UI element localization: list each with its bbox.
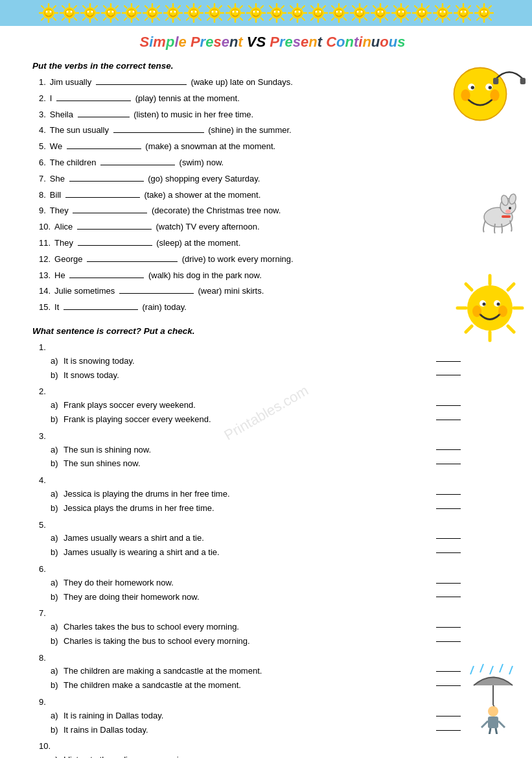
option-label: b) [51,724,61,737]
option-text: Charles takes the bus to school every mo… [64,621,239,634]
svg-point-82 [170,11,172,13]
svg-point-155 [298,11,300,13]
svg-line-185 [353,6,355,8]
answer-blank[interactable] [65,197,140,198]
answer-line[interactable] [436,730,461,731]
option-text: James usually wears a shirt and a tie. [64,532,204,545]
item-number: 10. [39,741,51,751]
svg-line-297 [490,666,493,674]
answer-line[interactable] [436,405,461,406]
answer-blank[interactable] [64,309,138,310]
item-number: 8. [39,653,46,663]
svg-line-298 [500,664,503,672]
svg-rect-279 [502,215,511,218]
svg-line-286 [508,326,514,332]
option-label: a) [51,576,61,590]
answer-blank[interactable] [67,148,141,149]
answer-blank[interactable] [69,278,144,278]
item-after: (shine) in the summer. [206,125,292,135]
answer-line[interactable] [436,597,461,597]
svg-point-70 [149,11,151,13]
svg-line-247 [468,6,470,8]
exercise-item: 3.Sheila (listen) to music in her free t… [39,108,513,122]
svg-line-67 [157,6,159,8]
svg-point-69 [148,9,156,17]
item-number: 4. [39,475,46,485]
item-after: (sleep) at the moment. [154,238,241,248]
option-item: b) It snows today. [51,369,513,383]
answer-line[interactable] [436,494,461,495]
answer-line[interactable] [436,685,461,686]
answer-line[interactable] [436,538,461,539]
answer-line[interactable] [436,627,461,628]
answer-blank[interactable] [56,101,131,101]
svg-line-43 [115,6,118,8]
svg-point-301 [488,706,498,717]
svg-point-119 [236,11,238,13]
svg-point-179 [340,11,341,13]
svg-point-167 [319,11,321,13]
answer-line[interactable] [436,583,461,584]
svg-line-6 [53,18,56,21]
answer-blank[interactable] [78,117,130,117]
svg-line-56 [124,18,127,21]
svg-line-17 [62,6,65,8]
answer-line[interactable] [436,641,461,642]
item-after: (walk) his dog in the park now. [146,270,261,280]
option-label: a) [51,399,61,412]
answer-line[interactable] [436,671,461,672]
item-before: She [50,174,67,184]
svg-line-188 [353,18,355,21]
answer-blank[interactable] [69,181,144,182]
answer-blank[interactable] [119,293,194,294]
answer-blank[interactable] [78,245,152,246]
option-label: b) [51,679,61,693]
option-item: a) Jessica is playing the drums in her f… [51,488,513,501]
option-item: b) Charles is taking the bus to school e… [51,635,513,648]
svg-line-257 [477,6,480,8]
item-before: Sheila [50,110,76,119]
item-number: 4. [39,125,46,135]
answer-line[interactable] [436,552,461,553]
answer-line[interactable] [436,361,461,362]
svg-point-239 [443,11,445,13]
answer-line[interactable] [436,464,461,464]
svg-point-267 [471,86,474,89]
item-after: (make) a snowman at the moment. [143,141,275,151]
svg-line-7 [53,6,56,8]
check-item: 9. a) It is raining in Dallas today. b) … [39,696,513,737]
svg-point-58 [128,11,130,13]
item-number: 7. [39,608,46,618]
svg-line-151 [302,6,305,8]
answer-line[interactable] [436,716,461,717]
main-content: Printables.com Simple Present VS Present… [0,26,532,758]
svg-point-249 [459,9,467,17]
answer-blank[interactable] [113,132,204,133]
answer-blank[interactable] [100,165,175,165]
svg-line-258 [489,18,491,21]
svg-line-199 [385,6,387,8]
answer-line[interactable] [436,420,461,420]
item-number: 1. [39,77,46,87]
option-label: a) [51,621,61,634]
svg-line-89 [187,6,189,8]
answer-line[interactable] [436,449,461,450]
svg-line-116 [228,18,231,21]
answer-line[interactable] [436,375,461,375]
option-label: a) [51,355,61,368]
answer-line[interactable] [436,508,461,509]
answer-blank[interactable] [77,229,152,230]
option-label: a) [51,532,61,545]
exercise-item: 13.He (walk) his dog in the park now. [39,269,513,283]
answer-blank[interactable] [73,213,147,213]
answer-blank[interactable] [96,84,187,85]
option-item: b) The sun shines now. [51,457,513,471]
svg-line-104 [207,18,210,21]
svg-point-201 [376,9,384,17]
svg-line-101 [207,6,210,8]
svg-line-285 [466,284,472,290]
answer-blank[interactable] [87,261,178,262]
exercise-item: 2.I (play) tennis at the moment. [39,92,513,106]
svg-point-269 [461,89,470,101]
section2: What sentence is correct? Put a check. 1… [32,326,513,758]
